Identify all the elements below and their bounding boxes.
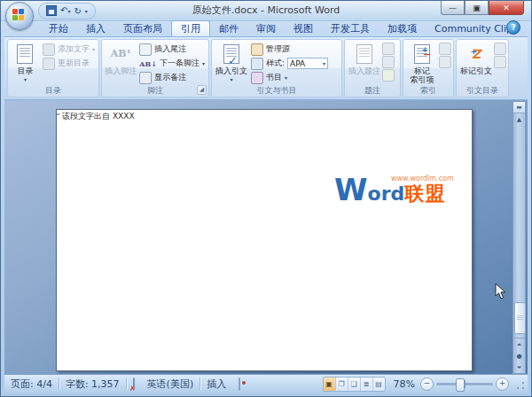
previous-page-button[interactable]: ⏶ xyxy=(513,339,525,350)
insert-caption-icon xyxy=(356,44,372,64)
insert-endnote-button[interactable]: 插入尾注 xyxy=(137,43,207,56)
restore-button[interactable]: ▣ xyxy=(465,1,489,15)
chevron-down-icon: ▾ xyxy=(323,60,325,66)
scrollbar-thumb[interactable] xyxy=(514,302,526,334)
web-layout-view-button[interactable]: ❏ xyxy=(348,378,361,391)
add-text-button[interactable]: 添加文字▾ xyxy=(41,43,97,56)
group-table-of-authorities: Z+ 标记引文 引文目录 xyxy=(456,39,509,97)
mouse-cursor xyxy=(494,283,508,300)
tab-mailings[interactable]: 邮件 xyxy=(210,21,247,36)
macro-record-button[interactable] xyxy=(232,378,246,390)
update-toc-button[interactable]: 更新目录 xyxy=(41,57,97,70)
paragraph-text[interactable]: =该段文字出自 XXXX xyxy=(56,111,135,122)
group-citations: ✓ 插入引文 ▾ 管理源 样式: APA▾ xyxy=(211,39,342,97)
tab-review[interactable]: 审阅 xyxy=(247,21,285,36)
full-screen-reading-view-button[interactable]: ❐ xyxy=(336,378,348,391)
manage-sources-icon xyxy=(251,43,263,56)
chevron-down-icon: ▾ xyxy=(92,46,95,52)
footnotes-dialog-launcher[interactable]: ◢ xyxy=(197,85,207,95)
next-footnote-button[interactable]: AB↓ 下一条脚注▾ xyxy=(137,57,207,70)
zoom-out-button[interactable]: − xyxy=(420,378,434,391)
group-label-captions: 题注 xyxy=(345,85,400,97)
zoom-in-button[interactable]: + xyxy=(496,378,509,391)
bibliography-icon xyxy=(251,72,263,84)
toc-button[interactable]: 目录 ▾ xyxy=(10,42,41,85)
cross-reference-icon[interactable] xyxy=(382,69,395,82)
outline-view-button[interactable]: ≣ xyxy=(361,378,373,391)
proofing-error-icon xyxy=(133,378,135,391)
office-logo-icon xyxy=(12,9,25,21)
show-notes-icon xyxy=(139,72,152,84)
scroll-up-button[interactable]: ▲ xyxy=(513,113,525,125)
tab-view[interactable]: 视图 xyxy=(285,21,322,36)
watermark-word-w: W xyxy=(334,172,368,207)
group-label-citations: 引文与书目 xyxy=(212,85,341,97)
chevron-down-icon: ▾ xyxy=(202,60,205,66)
group-label-footnotes: 脚注 ◢ xyxy=(102,85,208,97)
toc-icon xyxy=(17,44,33,64)
browse-object-buttons: ⏶ ● ⏷ xyxy=(513,338,525,373)
draft-view-button[interactable]: ▤ xyxy=(373,378,385,391)
insert-footnote-button[interactable]: AB¹ 插入脚注 xyxy=(104,42,137,85)
endnote-reference-mark: = xyxy=(56,111,60,117)
style-icon xyxy=(251,58,263,70)
tab-home[interactable]: 开始 xyxy=(40,21,77,36)
group-table-of-contents: 目录 ▾ 添加文字▾ 更新目录 目录 xyxy=(7,39,99,97)
select-browse-object-button[interactable]: ● xyxy=(513,350,525,362)
insert-mode-indicator[interactable]: 插入 xyxy=(200,378,232,391)
page-indicator[interactable]: 页面: 4/4 xyxy=(4,378,59,391)
chevron-down-icon: ▾ xyxy=(230,75,232,84)
minimize-button[interactable]: — xyxy=(441,1,465,15)
mark-citation-button[interactable]: Z+ 标记引文 xyxy=(458,42,494,85)
insert-toa-icon[interactable] xyxy=(494,43,506,55)
view-shortcuts: ▣ ❐ ❏ ≣ ▤ xyxy=(323,377,386,392)
citation-style-select[interactable]: APA▾ xyxy=(287,58,328,69)
update-index-icon[interactable] xyxy=(439,56,451,68)
insert-caption-button[interactable]: 插入题注 xyxy=(347,42,382,85)
language-indicator[interactable]: 英语(美国) xyxy=(141,378,200,391)
update-toa-icon[interactable] xyxy=(494,56,506,68)
mark-entry-button[interactable]: −+ 标记 索引项 xyxy=(405,42,439,85)
print-layout-view-button[interactable]: ▣ xyxy=(324,378,336,391)
tab-addins[interactable]: 加载项 xyxy=(379,21,426,36)
word-count[interactable]: 字数: 1,357 xyxy=(59,378,126,391)
title-bar: ↶▾ ↻ ▾ 原始文件.docx - Microsoft Word — ▣ ✕ xyxy=(1,1,531,21)
wordlm-watermark: www.wordlm.com Word联盟 xyxy=(334,176,445,207)
zoom-slider-thumb[interactable] xyxy=(456,378,465,392)
tab-page-layout[interactable]: 页面布局 xyxy=(114,21,171,36)
resize-grip[interactable] xyxy=(515,380,526,391)
tab-insert[interactable]: 插入 xyxy=(77,21,114,36)
watermark-url: www.wordlm.com xyxy=(391,175,454,183)
zoom-level[interactable]: 78% xyxy=(391,378,418,390)
tab-developer[interactable]: 开发工具 xyxy=(322,21,379,36)
chevron-down-icon: ▾ xyxy=(24,75,27,84)
insert-footnote-icon: AB¹ xyxy=(111,50,131,58)
word-window: ↶▾ ↻ ▾ 原始文件.docx - Microsoft Word — ▣ ✕ … xyxy=(0,0,532,397)
bibliography-button[interactable]: 书目▾ xyxy=(249,71,330,84)
ruler-toggle-button[interactable]: ▬ xyxy=(513,102,525,113)
scrollbar-track[interactable] xyxy=(513,125,525,326)
vertical-scrollbar[interactable]: ▬ ▲ ▼ ⏶ ● ⏷ xyxy=(512,101,526,374)
next-footnote-icon: AB↓ xyxy=(139,59,157,68)
status-bar: 页面: 4/4 字数: 1,357 英语(美国) 插入 ▣ ❐ ❏ ≣ ▤ 78… xyxy=(4,374,528,393)
watermark-cn: 联盟 xyxy=(404,183,445,205)
show-notes-button[interactable]: 显示备注 xyxy=(137,71,207,84)
next-page-button[interactable]: ⏷ xyxy=(513,362,525,373)
help-button[interactable]: ? xyxy=(506,20,520,35)
group-label-toa: 引文目录 xyxy=(457,85,508,97)
tab-references[interactable]: 引用 xyxy=(171,20,210,36)
manage-sources-button[interactable]: 管理源 xyxy=(249,43,330,56)
ribbon: 目录 ▾ 添加文字▾ 更新目录 目录 xyxy=(4,36,528,100)
group-label-toc: 目录 xyxy=(8,85,98,97)
document-page[interactable] xyxy=(56,109,473,371)
office-button[interactable] xyxy=(5,2,34,30)
insert-table-of-figures-icon[interactable] xyxy=(382,43,395,55)
add-text-icon xyxy=(43,43,55,56)
proofing-status[interactable] xyxy=(127,378,141,390)
zoom-slider-track[interactable] xyxy=(436,383,493,385)
insert-index-icon[interactable] xyxy=(439,43,451,55)
group-captions: 插入题注 题注 xyxy=(344,39,401,97)
insert-citation-button[interactable]: ✓ 插入引文 ▾ xyxy=(214,42,249,85)
update-table-icon[interactable] xyxy=(382,56,395,68)
close-button[interactable]: ✕ xyxy=(489,1,524,15)
